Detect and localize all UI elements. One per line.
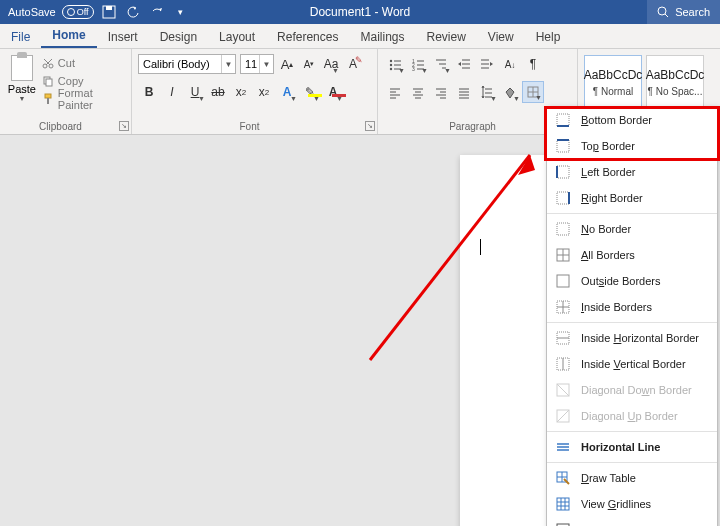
autosave-toggle[interactable]: Off	[62, 5, 94, 19]
font-color-button[interactable]: A▼	[322, 81, 344, 103]
underline-button[interactable]: U▼	[184, 81, 206, 103]
menu-bottom-border[interactable]: Bottom Border	[547, 107, 717, 133]
menu-view-gridlines[interactable]: View Gridlines	[547, 491, 717, 517]
tab-help[interactable]: Help	[525, 26, 572, 48]
save-icon[interactable]	[100, 3, 118, 21]
tab-view[interactable]: View	[477, 26, 525, 48]
borders-shading-icon	[555, 522, 571, 526]
menu-inside-vertical[interactable]: Inside Vertical Border	[547, 351, 717, 377]
change-case-button[interactable]: Aa▼	[322, 53, 340, 75]
title-bar: AutoSave Off ▾ Document1 - Word Search	[0, 0, 720, 24]
align-left-button[interactable]	[384, 81, 406, 103]
clipboard-launcher[interactable]: ↘	[119, 121, 129, 131]
tab-design[interactable]: Design	[149, 26, 208, 48]
document-title: Document1 - Word	[310, 5, 410, 19]
menu-diagonal-down: Diagonal Down Border	[547, 377, 717, 403]
bullets-button[interactable]: ▼	[384, 53, 406, 75]
svg-rect-10	[45, 94, 51, 98]
tab-layout[interactable]: Layout	[208, 26, 266, 48]
borders-button[interactable]: ▼	[522, 81, 544, 103]
ribbon-tabs: File Home Insert Design Layout Reference…	[0, 24, 720, 49]
search-icon	[657, 6, 669, 18]
tab-references[interactable]: References	[266, 26, 349, 48]
multilevel-list-button[interactable]: ▼	[430, 53, 452, 75]
sort-button[interactable]: A↓	[499, 53, 521, 75]
svg-rect-9	[46, 79, 52, 86]
font-size-combo[interactable]: 11▼	[240, 54, 274, 74]
group-clipboard: Paste ▼ Cut Copy Format Painter Clipboar…	[0, 49, 132, 134]
menu-inside-horizontal[interactable]: Inside Horizontal Border	[547, 325, 717, 351]
menu-borders-shading[interactable]: Borders and Shading...	[547, 517, 717, 526]
show-marks-button[interactable]: ¶	[522, 53, 544, 75]
svg-rect-57	[557, 140, 569, 152]
group-font: Calibri (Body)▼ 11▼ A▴ A▾ Aa▼ A✎ B I U▼ …	[132, 49, 378, 134]
menu-horizontal-line[interactable]: Horizontal Line	[547, 434, 717, 460]
align-center-button[interactable]	[407, 81, 429, 103]
svg-rect-63	[557, 223, 569, 235]
svg-rect-85	[557, 498, 569, 510]
undo-icon[interactable]	[124, 3, 142, 21]
menu-outside-borders[interactable]: Outside Borders	[547, 268, 717, 294]
italic-button[interactable]: I	[161, 81, 183, 103]
group-label-clipboard: Clipboard	[0, 121, 121, 132]
font-launcher[interactable]: ↘	[365, 121, 375, 131]
text-effects-button[interactable]: A▼	[276, 81, 298, 103]
svg-text:3: 3	[412, 66, 415, 71]
menu-inside-borders[interactable]: Inside Borders	[547, 294, 717, 320]
tab-file[interactable]: File	[0, 26, 41, 48]
grow-font-button[interactable]: A▴	[278, 53, 296, 75]
align-right-button[interactable]	[430, 81, 452, 103]
bold-button[interactable]: B	[138, 81, 160, 103]
shading-button[interactable]: ▼	[499, 81, 521, 103]
style-no-spacing[interactable]: AaBbCcDc ¶ No Spac...	[646, 55, 704, 109]
format-painter-button[interactable]: Format Painter	[42, 91, 125, 107]
menu-separator	[547, 431, 717, 432]
tab-mailings[interactable]: Mailings	[349, 26, 415, 48]
cut-button[interactable]: Cut	[42, 55, 125, 71]
strikethrough-button[interactable]: ab	[207, 81, 229, 103]
subscript-button[interactable]: x2	[230, 81, 252, 103]
right-border-icon	[555, 190, 571, 206]
decrease-indent-button[interactable]	[453, 53, 475, 75]
superscript-button[interactable]: x2	[253, 81, 275, 103]
svg-rect-55	[557, 114, 569, 126]
justify-button[interactable]	[453, 81, 475, 103]
redo-icon[interactable]	[148, 3, 166, 21]
style-normal[interactable]: AaBbCcDc ¶ Normal	[584, 55, 642, 109]
svg-point-12	[390, 60, 392, 62]
top-border-icon	[555, 138, 571, 154]
menu-top-border[interactable]: Top Border	[547, 133, 717, 159]
font-name-combo[interactable]: Calibri (Body)▼	[138, 54, 236, 74]
svg-rect-59	[557, 166, 569, 178]
svg-point-14	[390, 64, 392, 66]
menu-no-border[interactable]: No Border	[547, 216, 717, 242]
clear-formatting-button[interactable]: A✎	[344, 53, 362, 75]
shrink-font-button[interactable]: A▾	[300, 53, 318, 75]
menu-right-border[interactable]: Right Border	[547, 185, 717, 211]
search-box[interactable]: Search	[647, 0, 720, 24]
autosave-label: AutoSave	[8, 6, 56, 18]
borders-dropdown-menu: Bottom Border Top Border Left Border Rig…	[546, 106, 718, 526]
menu-all-borders[interactable]: All Borders	[547, 242, 717, 268]
svg-point-16	[390, 68, 392, 70]
tab-home[interactable]: Home	[41, 24, 96, 48]
tab-review[interactable]: Review	[415, 26, 476, 48]
paintbrush-icon	[42, 93, 54, 105]
highlight-button[interactable]: ✎▼	[299, 81, 321, 103]
scissors-icon	[42, 57, 54, 69]
numbering-button[interactable]: 123▼	[407, 53, 429, 75]
increase-indent-button[interactable]	[476, 53, 498, 75]
menu-left-border[interactable]: Left Border	[547, 159, 717, 185]
menu-separator	[547, 462, 717, 463]
line-spacing-button[interactable]: ▼	[476, 81, 498, 103]
menu-separator	[547, 322, 717, 323]
svg-line-78	[557, 410, 569, 422]
tab-insert[interactable]: Insert	[97, 26, 149, 48]
copy-icon	[42, 75, 54, 87]
gridlines-icon	[555, 496, 571, 512]
qat-customize-icon[interactable]: ▾	[172, 3, 190, 21]
inside-horiz-icon	[555, 330, 571, 346]
bottom-border-icon	[555, 112, 571, 128]
inside-borders-icon	[555, 299, 571, 315]
menu-draw-table[interactable]: Draw Table	[547, 465, 717, 491]
